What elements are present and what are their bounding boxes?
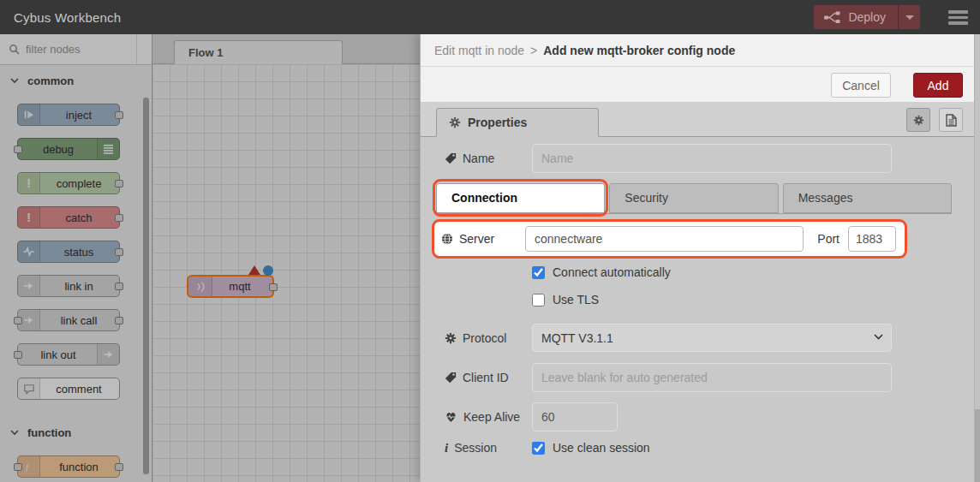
connect-automatically-row[interactable]: Connect automatically (532, 265, 671, 279)
globe-icon (441, 233, 453, 245)
chevron-down-icon (905, 15, 914, 20)
tab-connection[interactable]: Connection (436, 183, 605, 213)
node-settings-button[interactable] (906, 108, 930, 132)
tag-icon (445, 372, 457, 384)
gear-icon (449, 116, 461, 128)
edit-tray: Edit mqtt in node > Add new mqtt-broker … (420, 34, 980, 482)
main-menu-button[interactable] (948, 10, 968, 25)
client-id-field-label: Client ID (445, 363, 530, 392)
tray-tab-bar: Properties (421, 103, 980, 137)
tab-security[interactable]: Security (609, 183, 778, 213)
heartbeat-icon (445, 411, 457, 423)
port-field-label: Port (817, 232, 840, 246)
deploy-button-main[interactable]: Deploy (814, 5, 898, 29)
session-field-label: i Session (445, 438, 530, 457)
breadcrumb-current: Add new mqtt-broker config node (543, 44, 735, 57)
deploy-options-button[interactable] (898, 5, 920, 29)
highlight-annotation-server-row: Server Port (432, 219, 907, 259)
protocol-field-label: Protocol (445, 324, 530, 353)
name-field-label: Name (445, 144, 530, 173)
breadcrumb-parent[interactable]: Edit mqtt in node (434, 44, 524, 57)
cancel-button[interactable]: Cancel (831, 73, 891, 98)
tray-scrollbar-thumb[interactable] (975, 409, 980, 482)
add-button[interactable]: Add (913, 73, 963, 98)
use-tls-row[interactable]: Use TLS (532, 293, 599, 306)
tab-properties[interactable]: Properties (436, 108, 599, 137)
protocol-select-wrap: MQTT V3.1.1 (532, 324, 892, 352)
clean-session-row[interactable]: Use clean session (532, 441, 650, 455)
connect-automatically-checkbox[interactable] (532, 266, 545, 279)
server-field-label: Server (441, 232, 525, 246)
client-id-input[interactable] (532, 363, 892, 392)
clean-session-checkbox[interactable] (532, 442, 545, 455)
port-input[interactable] (848, 226, 896, 252)
connect-automatically-label: Connect automatically (553, 265, 671, 279)
deploy-icon (824, 11, 840, 24)
use-tls-checkbox[interactable] (532, 294, 545, 306)
tab-properties-label: Properties (468, 116, 527, 129)
clean-session-label: Use clean session (553, 441, 650, 455)
broker-config-tabs: Connection Security Messages (436, 183, 952, 214)
name-input[interactable] (532, 144, 892, 173)
server-input[interactable] (525, 226, 804, 252)
app-header: Cybus Workbench Deploy (0, 0, 980, 34)
deploy-label: Deploy (848, 10, 886, 24)
protocol-select[interactable]: MQTT V3.1.1 (532, 324, 892, 352)
keep-alive-input[interactable] (532, 402, 618, 431)
gear-icon (445, 332, 457, 344)
keep-alive-field-label: Keep Alive (445, 402, 530, 431)
modal-dim-overlay (0, 34, 420, 482)
tray-action-bar: Cancel Add (421, 67, 980, 103)
tag-icon (445, 152, 457, 164)
hamburger-icon (948, 10, 968, 14)
tray-scrollbar[interactable] (974, 34, 980, 482)
breadcrumb: Edit mqtt in node > Add new mqtt-broker … (421, 34, 980, 67)
app-title: Cybus Workbench (0, 10, 121, 25)
node-help-button[interactable] (939, 108, 963, 132)
use-tls-label: Use TLS (553, 293, 599, 306)
deploy-button[interactable]: Deploy (814, 5, 920, 29)
breadcrumb-separator: > (530, 44, 537, 57)
workspace: filter nodes commoninjectdebug!complete!… (0, 34, 420, 482)
config-node-form: Name Connection Security Messages Server… (421, 137, 980, 482)
tab-messages[interactable]: Messages (783, 183, 952, 213)
info-icon: i (445, 441, 448, 455)
